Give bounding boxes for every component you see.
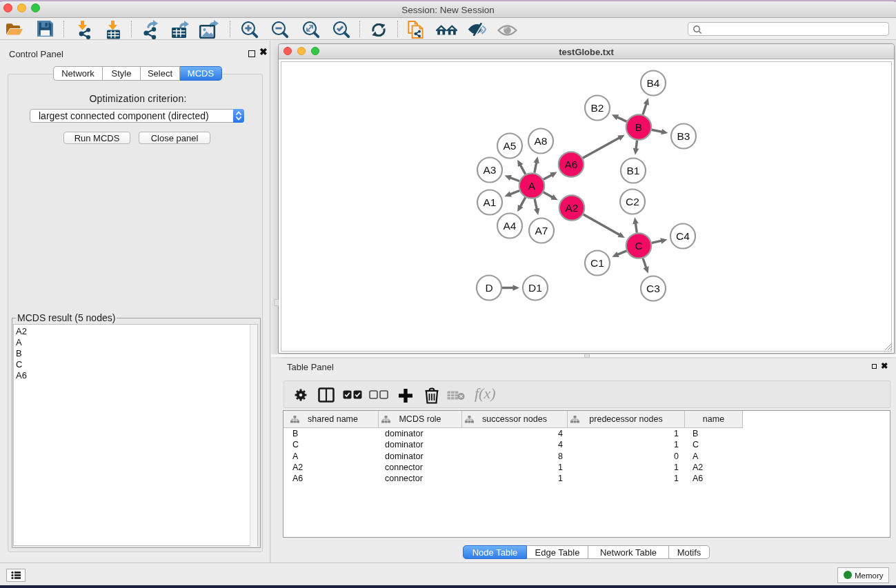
svg-text:A4: A4 (504, 220, 517, 232)
svg-text:A1: A1 (484, 196, 497, 208)
svg-text:B4: B4 (647, 77, 660, 89)
svg-text:A5: A5 (504, 140, 517, 152)
svg-text:A2: A2 (566, 202, 579, 214)
svg-text:D1: D1 (528, 282, 542, 294)
svg-text:C1: C1 (590, 257, 604, 269)
svg-text:C: C (635, 240, 642, 252)
svg-text:C4: C4 (676, 230, 690, 242)
svg-text:A7: A7 (535, 225, 548, 236)
svg-text:B: B (635, 121, 642, 133)
svg-text:D: D (485, 282, 492, 294)
svg-text:B1: B1 (627, 165, 640, 176)
svg-text:B2: B2 (591, 102, 604, 114)
svg-text:C2: C2 (626, 196, 639, 207)
svg-text:A: A (528, 180, 536, 192)
svg-text:A8: A8 (535, 135, 548, 147)
svg-text:C3: C3 (646, 283, 660, 294)
svg-text:A3: A3 (484, 164, 497, 176)
svg-text:B3: B3 (677, 130, 690, 142)
svg-text:A6: A6 (565, 159, 578, 170)
